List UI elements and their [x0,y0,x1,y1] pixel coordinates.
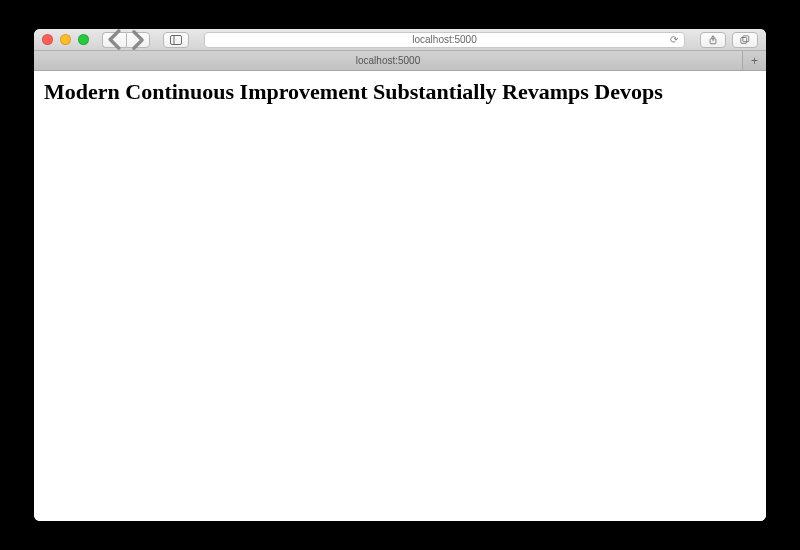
maximize-window-button[interactable] [78,34,89,45]
back-button[interactable] [102,32,126,48]
sidebar-toggle-button[interactable] [163,32,189,48]
svg-rect-3 [741,37,747,43]
address-bar-url: localhost:5000 [412,34,477,45]
svg-rect-0 [171,35,182,44]
new-tab-button[interactable]: + [742,51,766,70]
browser-tab[interactable]: localhost:5000 [34,51,742,70]
reload-icon[interactable]: ⟳ [670,34,678,45]
window-controls [42,34,89,45]
page-heading: Modern Continuous Improvement Substantia… [44,79,756,105]
forward-button[interactable] [126,32,150,48]
toolbar-right [700,32,758,48]
address-bar[interactable]: localhost:5000 ⟳ [204,32,685,48]
browser-window: localhost:5000 ⟳ localhost:5000 + Modern… [34,29,766,521]
tab-title: localhost:5000 [356,55,421,66]
close-window-button[interactable] [42,34,53,45]
page-viewport: Modern Continuous Improvement Substantia… [34,71,766,521]
svg-rect-4 [743,35,749,41]
nav-buttons [102,32,150,48]
tab-bar: localhost:5000 + [34,51,766,71]
titlebar: localhost:5000 ⟳ [34,29,766,51]
share-button[interactable] [700,32,726,48]
minimize-window-button[interactable] [60,34,71,45]
tabs-button[interactable] [732,32,758,48]
